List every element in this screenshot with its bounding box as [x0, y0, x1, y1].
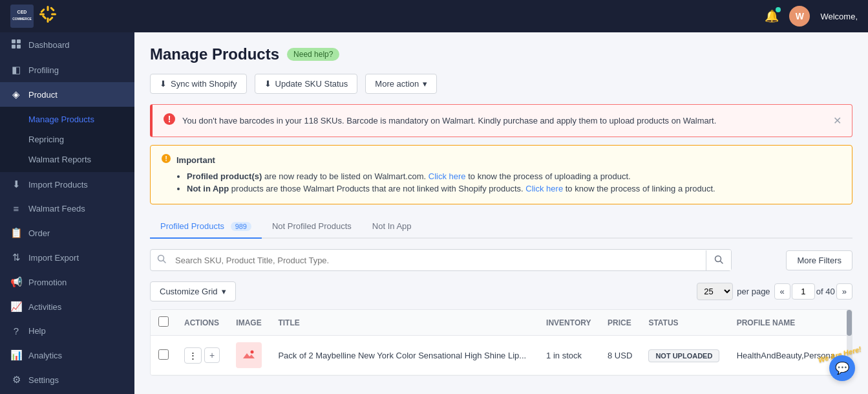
- row-status-cell: NOT UPLOADED: [640, 336, 728, 375]
- error-alert: ! You don't have barcodes in your 118 SK…: [150, 104, 852, 137]
- sidebar-item-repricing[interactable]: Repricing: [0, 129, 134, 149]
- sidebar-item-manage-products[interactable]: Manage Products: [0, 109, 134, 129]
- sidebar-item-order[interactable]: 📋 Order: [0, 221, 134, 245]
- avatar[interactable]: W: [789, 6, 810, 27]
- col-profile-name: PROFILE NAME: [729, 310, 852, 336]
- nav-left: CED COMMERCE: [10, 5, 57, 28]
- more-filters-label: More Filters: [797, 256, 842, 265]
- svg-rect-4: [47, 17, 49, 23]
- tab-not-in-app[interactable]: Not In App: [362, 215, 422, 239]
- row-actions-cell: ⋮ +: [176, 336, 228, 375]
- svg-rect-14: [17, 45, 21, 49]
- product-inventory: 1 in stock: [546, 351, 582, 360]
- last-page-button[interactable]: »: [836, 283, 852, 300]
- order-icon: 📋: [10, 227, 22, 239]
- more-filters-button[interactable]: More Filters: [786, 250, 852, 270]
- sidebar-item-promotion-label: Promotion: [28, 278, 67, 287]
- svg-rect-12: [17, 39, 21, 43]
- sidebar-item-activities[interactable]: 📈 Activities: [0, 294, 134, 319]
- per-page-select[interactable]: 25 50 100: [697, 283, 733, 300]
- sidebar-product-submenu: Manage Products Repricing Walmart Report…: [0, 107, 134, 172]
- svg-text:CED: CED: [17, 10, 27, 14]
- sidebar-item-import-products[interactable]: ⬇ Import Products: [0, 172, 134, 197]
- first-page-button[interactable]: «: [774, 283, 790, 300]
- sidebar-item-dashboard-label: Dashboard: [28, 40, 70, 50]
- import-products-icon: ⬇: [10, 179, 22, 190]
- sidebar-item-product[interactable]: ◈ Product: [0, 82, 134, 107]
- sidebar-item-analytics[interactable]: 📊 Analytics: [0, 343, 134, 367]
- import-export-icon: ⇅: [10, 252, 22, 263]
- sidebar-item-promotion[interactable]: 📢 Promotion: [0, 270, 134, 294]
- page-title: Manage Products: [150, 45, 279, 63]
- chevron-down-icon: ▾: [423, 79, 427, 89]
- warning-bullet-2: Not in App products are those Walmart Pr…: [187, 184, 842, 193]
- sidebar-item-import-export[interactable]: ⇅ Import Export: [0, 245, 134, 270]
- sidebar-item-analytics-label: Analytics: [28, 351, 62, 360]
- update-sku-label: Update SKU Status: [275, 79, 348, 89]
- top-nav: CED COMMERCE: [0, 0, 868, 32]
- current-page-input[interactable]: [792, 283, 815, 300]
- need-help-badge[interactable]: Need help?: [287, 48, 339, 61]
- search-input[interactable]: [173, 251, 706, 270]
- svg-line-22: [721, 261, 723, 263]
- svg-rect-5: [39, 14, 45, 16]
- row-checkbox[interactable]: [158, 349, 169, 360]
- of-pages-text: of 40: [816, 287, 835, 296]
- product-icon: ◈: [10, 89, 22, 100]
- sidebar-item-walmart-reports[interactable]: Walmart Reports: [0, 149, 134, 170]
- svg-rect-11: [12, 39, 16, 43]
- row-title-cell: Pack of 2 Maybelline New York Color Sens…: [270, 336, 538, 375]
- walmart-feeds-icon: ≡: [10, 203, 22, 214]
- sidebar-item-walmart-feeds[interactable]: ≡ Walmart Feeds: [0, 197, 134, 221]
- svg-rect-7: [40, 8, 45, 14]
- pagination-nav: « of 40 »: [774, 283, 852, 300]
- dashboard-icon: [10, 39, 22, 51]
- warning-alert-header: ! Important: [161, 153, 842, 166]
- customize-grid-label: Customize Grid: [160, 287, 218, 296]
- update-sku-button[interactable]: ⬇ Update SKU Status: [255, 74, 358, 94]
- error-alert-close-button[interactable]: ✕: [833, 115, 842, 127]
- sidebar-item-dashboard[interactable]: Dashboard: [0, 32, 134, 58]
- not-in-app-text: Not in App: [187, 184, 229, 193]
- more-action-button[interactable]: More action ▾: [365, 74, 437, 94]
- tab-profiled-label: Profiled Products: [160, 221, 224, 231]
- chat-widget-button[interactable]: 💬: [829, 355, 855, 381]
- search-icon: [151, 250, 173, 270]
- sidebar-item-help[interactable]: ? Help: [0, 319, 134, 343]
- nav-right: 🔔 W Welcome,: [765, 6, 858, 27]
- products-table: ACTIONS IMAGE TITLE INVENTORY PRICE STAT…: [151, 310, 852, 375]
- select-all-checkbox[interactable]: [158, 316, 169, 327]
- profiled-products-text: Profiled product(s): [187, 171, 262, 181]
- click-here-link-2[interactable]: Click here: [525, 184, 563, 193]
- pagination: 25 50 100 per page « of 40 »: [697, 283, 852, 300]
- error-alert-text: You don't have barcodes in your 118 SKUs…: [182, 116, 716, 126]
- sidebar-item-activities-label: Activities: [28, 302, 61, 312]
- customize-grid-button[interactable]: Customize Grid ▾: [150, 281, 236, 301]
- tab-not-profiled-products[interactable]: Not Profiled Products: [262, 215, 362, 239]
- sidebar-item-profiling[interactable]: ◧ Profiling: [0, 58, 134, 82]
- row-actions-button[interactable]: ⋮: [184, 347, 202, 364]
- row-add-button[interactable]: +: [204, 347, 220, 363]
- svg-line-20: [164, 261, 166, 263]
- click-here-link-1[interactable]: Click here: [429, 171, 466, 181]
- promotion-icon: 📢: [10, 276, 22, 288]
- svg-text:!: !: [165, 155, 167, 162]
- sidebar-item-settings[interactable]: ⚙ Settings: [0, 367, 134, 392]
- svg-rect-13: [12, 45, 16, 49]
- logo[interactable]: CED COMMERCE: [10, 5, 57, 28]
- svg-rect-6: [51, 14, 56, 16]
- tab-profiled-products[interactable]: Profiled Products 989: [150, 215, 262, 239]
- scroll-thumb: [847, 310, 852, 336]
- search-button[interactable]: [706, 250, 731, 270]
- products-table-container: ACTIONS IMAGE TITLE INVENTORY PRICE STAT…: [150, 309, 852, 376]
- per-page-label: per page: [737, 287, 770, 296]
- sync-shopify-button[interactable]: ⬇ Sync with Shopify: [150, 74, 247, 94]
- sync-icon: ⬇: [160, 79, 167, 89]
- col-title: TITLE: [270, 310, 538, 336]
- sidebar-item-order-label: Order: [28, 228, 50, 238]
- product-tabs: Profiled Products 989 Not Profiled Produ…: [150, 215, 852, 239]
- tab-not-profiled-label: Not Profiled Products: [272, 221, 352, 231]
- tab-profiled-badge: 989: [231, 222, 251, 231]
- error-icon: !: [163, 113, 176, 129]
- notification-bell-icon[interactable]: 🔔: [765, 9, 779, 23]
